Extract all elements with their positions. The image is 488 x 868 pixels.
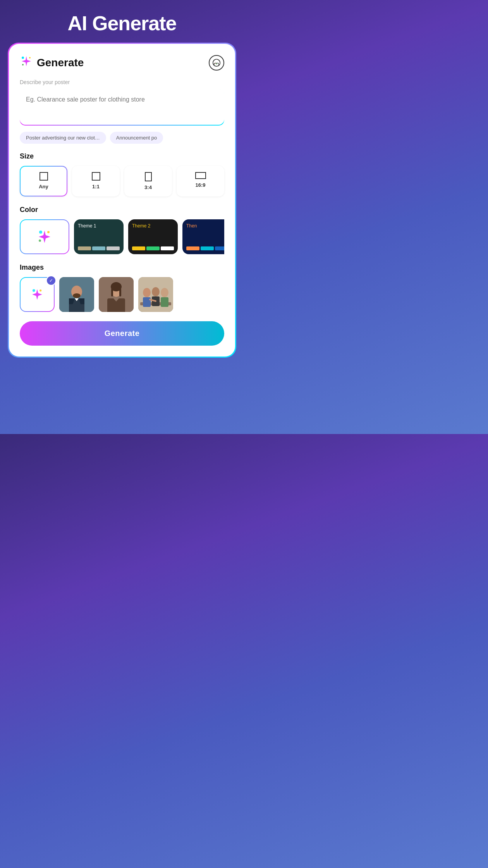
svg-rect-24 <box>111 289 113 296</box>
color-heading: Color <box>20 206 224 214</box>
image-thumb-3[interactable] <box>138 277 173 312</box>
svg-point-0 <box>22 57 24 59</box>
size-label-3-4: 3:4 <box>144 184 152 190</box>
size-icon-any <box>40 172 48 181</box>
size-label-1-1: 1:1 <box>92 184 100 189</box>
image-thumb-2[interactable] <box>99 277 134 312</box>
swatch <box>215 246 224 250</box>
theme2-name: Theme 2 <box>132 223 150 229</box>
swatch <box>161 246 174 250</box>
chip-0[interactable]: Poster advertising our new clot… <box>20 132 106 144</box>
images-heading: Images <box>20 264 224 272</box>
swatch <box>146 246 160 250</box>
main-card: Generate Describe your poster Poster adv… <box>8 43 236 358</box>
suggestion-chips: Poster advertising our new clot… Announc… <box>20 132 224 144</box>
image-options: ✓ <box>20 277 224 312</box>
swatch <box>107 246 120 250</box>
size-label-16-9: 16:9 <box>195 182 205 188</box>
swatch <box>78 246 91 250</box>
card-header-left: Generate <box>20 55 84 71</box>
color-option-ai[interactable] <box>20 219 69 254</box>
sparkle-icon <box>20 55 33 71</box>
size-icon-3-4 <box>145 172 152 181</box>
size-icon-16-9 <box>195 172 206 179</box>
size-option-1-1[interactable]: 1:1 <box>72 166 120 196</box>
svg-rect-25 <box>119 289 121 296</box>
svg-point-6 <box>216 63 217 64</box>
svg-point-8 <box>39 231 42 234</box>
input-label: Describe your poster <box>20 79 224 85</box>
chip-1[interactable]: Announcement po <box>110 132 163 144</box>
svg-point-12 <box>40 289 41 291</box>
theme1-swatches <box>78 246 120 250</box>
color-option-theme1[interactable]: Theme 1 <box>74 219 124 254</box>
svg-point-1 <box>29 57 31 59</box>
images-section: Images ✓ <box>20 264 224 312</box>
swatch <box>201 246 214 250</box>
card-title: Generate <box>37 57 84 69</box>
image-option-ai[interactable]: ✓ <box>20 277 55 312</box>
theme1-name: Theme 1 <box>78 223 96 229</box>
input-wrapper <box>20 89 224 126</box>
svg-point-16 <box>73 293 81 298</box>
size-option-any[interactable]: Any <box>20 166 67 196</box>
card-header: Generate <box>20 55 224 71</box>
size-heading: Size <box>20 152 224 160</box>
swatch <box>92 246 105 250</box>
person2-image <box>99 277 134 312</box>
person3-image <box>138 277 173 312</box>
theme2-swatches <box>132 246 174 250</box>
person1-image <box>59 277 94 312</box>
svg-point-33 <box>161 288 168 297</box>
size-option-16-9[interactable]: 16:9 <box>177 166 224 196</box>
size-options: Any 1:1 3:4 16:9 <box>20 166 224 196</box>
page-title: AI Generate <box>68 12 177 35</box>
size-option-3-4[interactable]: 3:4 <box>124 166 172 196</box>
color-options: Theme 1 Theme 2 Then <box>20 219 224 254</box>
svg-point-11 <box>33 289 35 292</box>
swatch <box>132 246 145 250</box>
color-option-theme3[interactable]: Then <box>182 219 224 254</box>
svg-point-9 <box>47 231 50 233</box>
theme3-swatches <box>186 246 224 250</box>
image-thumb-1[interactable] <box>59 277 94 312</box>
color-option-theme2[interactable]: Theme 2 <box>128 219 178 254</box>
svg-rect-34 <box>161 297 168 307</box>
theme3-name: Then <box>186 223 197 229</box>
size-icon-1-1 <box>92 172 100 181</box>
palette-button[interactable] <box>209 55 224 71</box>
svg-point-31 <box>152 287 160 296</box>
svg-point-29 <box>143 288 151 297</box>
svg-point-10 <box>39 239 41 242</box>
svg-point-2 <box>22 64 24 65</box>
generate-button[interactable]: Generate <box>20 321 224 346</box>
svg-rect-30 <box>143 297 151 307</box>
swatch <box>186 246 199 250</box>
poster-description-input[interactable] <box>20 89 224 124</box>
ai-badge: ✓ <box>46 276 56 286</box>
size-label-any: Any <box>39 184 48 189</box>
